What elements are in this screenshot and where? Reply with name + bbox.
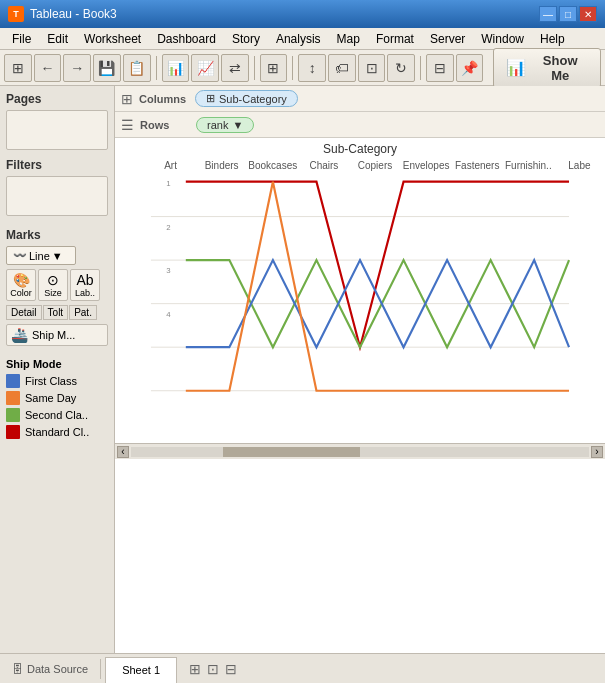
menu-worksheet[interactable]: Worksheet bbox=[76, 30, 149, 48]
rows-pill[interactable]: rank ▼ bbox=[196, 117, 254, 133]
columns-pill[interactable]: ⊞ Sub-Category bbox=[195, 90, 298, 107]
marks-controls: 🎨 Color ⊙ Size Ab Lab.. bbox=[6, 269, 108, 301]
scroll-right-button[interactable]: › bbox=[591, 446, 603, 458]
toolbar: ⊞ ← → 💾 📋 📊 📈 ⇄ ⊞ ↕ 🏷 ⊡ ↻ ⊟ 📌 📊 Show Me bbox=[0, 50, 605, 86]
label-button[interactable]: 🏷 bbox=[328, 54, 356, 82]
col-fasteners: Fasteners bbox=[452, 160, 503, 171]
chart-title: Sub-Category bbox=[115, 138, 605, 160]
maximize-button[interactable]: □ bbox=[559, 6, 577, 22]
tooltip-button[interactable]: ⊟ bbox=[426, 54, 454, 82]
line-icon: 〰️ bbox=[13, 249, 27, 262]
database-icon: 🗄 bbox=[12, 663, 23, 675]
rows-shelf-icon: ☰ bbox=[121, 117, 134, 133]
menu-dashboard[interactable]: Dashboard bbox=[149, 30, 224, 48]
app-icon: T bbox=[8, 6, 24, 22]
col-binders: Binders bbox=[196, 160, 247, 171]
pages-drop-zone[interactable] bbox=[6, 110, 108, 150]
separator-1 bbox=[156, 56, 157, 80]
group-button[interactable]: ⊞ bbox=[260, 54, 288, 82]
swap-button[interactable]: ⇄ bbox=[221, 54, 249, 82]
filters-drop-zone[interactable] bbox=[6, 176, 108, 216]
menu-analysis[interactable]: Analysis bbox=[268, 30, 329, 48]
fit-button[interactable]: ⊡ bbox=[358, 54, 386, 82]
menu-help[interactable]: Help bbox=[532, 30, 573, 48]
ship-mode-icon: 🚢 bbox=[11, 327, 28, 343]
size-control[interactable]: ⊙ Size bbox=[38, 269, 68, 301]
chart-svg: 1 2 3 4 bbox=[115, 173, 605, 443]
first-class-color-swatch bbox=[6, 374, 20, 388]
show-me-label: Show Me bbox=[532, 53, 587, 83]
menu-story[interactable]: Story bbox=[224, 30, 268, 48]
separator-2 bbox=[254, 56, 255, 80]
size-icon: ⊙ bbox=[47, 272, 59, 288]
window-controls[interactable]: — □ ✕ bbox=[539, 6, 597, 22]
status-icons: ⊞ ⊡ ⊟ bbox=[181, 661, 245, 677]
refresh-button[interactable]: ↻ bbox=[387, 54, 415, 82]
main-content: Pages Filters Marks 〰️ Line ▼ 🎨 Color bbox=[0, 86, 605, 653]
separator-4 bbox=[420, 56, 421, 80]
close-button[interactable]: ✕ bbox=[579, 6, 597, 22]
marks-type-dropdown[interactable]: 〰️ Line ▼ bbox=[6, 246, 76, 265]
menu-format[interactable]: Format bbox=[368, 30, 422, 48]
data-source-tab[interactable]: 🗄 Data Source bbox=[0, 659, 101, 679]
filters-section: Filters bbox=[6, 158, 108, 216]
col-copiers: Copiers bbox=[349, 160, 400, 171]
rows-shelf: ☰ Rows rank ▼ bbox=[115, 112, 605, 138]
separator-3 bbox=[292, 56, 293, 80]
bar-chart-button[interactable]: 📊 bbox=[162, 54, 190, 82]
menu-server[interactable]: Server bbox=[422, 30, 473, 48]
label-icon: Ab bbox=[76, 272, 93, 288]
pages-section: Pages bbox=[6, 92, 108, 150]
pages-label: Pages bbox=[6, 92, 108, 106]
standard-class-label: Standard Cl.. bbox=[25, 426, 89, 438]
menu-file[interactable]: File bbox=[4, 30, 39, 48]
scrollbar-track[interactable] bbox=[131, 447, 589, 457]
forward-button[interactable]: → bbox=[63, 54, 91, 82]
size-label: Size bbox=[44, 288, 62, 298]
legend-same-day: Same Day bbox=[6, 391, 108, 405]
new-sheet-icon[interactable]: ⊞ bbox=[189, 661, 201, 677]
duplicate-sheet-icon[interactable]: ⊡ bbox=[207, 661, 219, 677]
col-envelopes: Envelopes bbox=[401, 160, 452, 171]
same-day-label: Same Day bbox=[25, 392, 76, 404]
label-text: Lab.. bbox=[75, 288, 95, 298]
col-chairs: Chairs bbox=[298, 160, 349, 171]
ship-mode-button[interactable]: 🚢 Ship M... bbox=[6, 324, 108, 346]
menu-map[interactable]: Map bbox=[329, 30, 368, 48]
legend-second-class: Second Cla.. bbox=[6, 408, 108, 422]
home-button[interactable]: ⊞ bbox=[4, 54, 32, 82]
menu-window[interactable]: Window bbox=[473, 30, 532, 48]
detail-tab[interactable]: Detail bbox=[6, 305, 42, 320]
window-title: Tableau - Book3 bbox=[30, 7, 117, 21]
color-label: Color bbox=[10, 288, 32, 298]
sidebar: Pages Filters Marks 〰️ Line ▼ 🎨 Color bbox=[0, 86, 115, 653]
menu-edit[interactable]: Edit bbox=[39, 30, 76, 48]
scrollbar-thumb[interactable] bbox=[223, 447, 360, 457]
color-icon: 🎨 bbox=[13, 272, 30, 288]
back-button[interactable]: ← bbox=[34, 54, 62, 82]
columns-pill-value: Sub-Category bbox=[219, 93, 287, 105]
menu-bar: File Edit Worksheet Dashboard Story Anal… bbox=[0, 28, 605, 50]
col-furnishing: Furnishin.. bbox=[503, 160, 554, 171]
new-dashboard-icon[interactable]: ⊟ bbox=[225, 661, 237, 677]
show-me-chart-icon: 📊 bbox=[506, 58, 526, 77]
title-bar: T Tableau - Book3 — □ ✕ bbox=[0, 0, 605, 28]
minimize-button[interactable]: — bbox=[539, 6, 557, 22]
tooltip-tab[interactable]: Tolt bbox=[43, 305, 69, 320]
columns-shelf: ⊞ Columns ⊞ Sub-Category bbox=[115, 86, 605, 112]
chart-area: ⊞ Columns ⊞ Sub-Category ☰ Rows rank ▼ S… bbox=[115, 86, 605, 653]
new-datasource-button[interactable]: 📋 bbox=[123, 54, 151, 82]
sheet-tab[interactable]: Sheet 1 bbox=[105, 657, 177, 683]
annotation-button[interactable]: 📌 bbox=[456, 54, 484, 82]
path-tab[interactable]: Pat. bbox=[69, 305, 97, 320]
save-button[interactable]: 💾 bbox=[93, 54, 121, 82]
svg-text:3: 3 bbox=[166, 266, 171, 275]
color-control[interactable]: 🎨 Color bbox=[6, 269, 36, 301]
marks-tabs: Detail Tolt Pat. bbox=[6, 305, 108, 320]
show-me-button[interactable]: 📊 Show Me bbox=[493, 48, 600, 88]
line-chart-button[interactable]: 📈 bbox=[191, 54, 219, 82]
scroll-left-button[interactable]: ‹ bbox=[117, 446, 129, 458]
status-bar: 🗄 Data Source Sheet 1 ⊞ ⊡ ⊟ bbox=[0, 653, 605, 683]
label-control[interactable]: Ab Lab.. bbox=[70, 269, 100, 301]
sort-asc-button[interactable]: ↕ bbox=[298, 54, 326, 82]
